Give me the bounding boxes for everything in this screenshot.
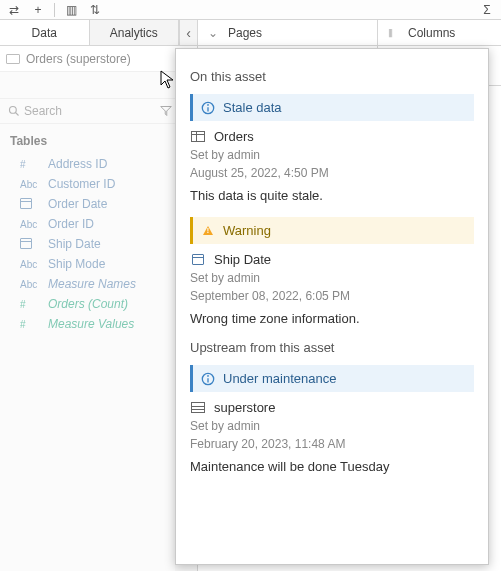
- calendar-icon: [20, 198, 38, 211]
- field-order-date[interactable]: Order Date: [0, 194, 197, 214]
- columns-shelf[interactable]: ⦀ Columns: [378, 20, 501, 45]
- hash-icon: #: [20, 299, 38, 310]
- asset-name: superstore: [214, 400, 275, 415]
- data-quality-popover: On this asset Stale data Orders Set by a…: [175, 48, 489, 565]
- pages-label: Pages: [228, 26, 262, 40]
- popover-section-on-asset: On this asset: [190, 69, 474, 84]
- banner-warning[interactable]: Warning: [190, 217, 474, 244]
- database-icon: [190, 402, 206, 413]
- hash-icon: #: [20, 319, 38, 330]
- search-row: Search ▾: [0, 98, 197, 124]
- popover-section-upstream: Upstream from this asset: [190, 340, 474, 355]
- divider: [54, 3, 55, 17]
- collapse-pane-icon[interactable]: ‹: [179, 20, 197, 45]
- datasource-row[interactable]: Orders (superstore): [0, 46, 197, 72]
- abc-icon: Abc: [20, 179, 38, 190]
- shelf-header-row: ⌄ Pages ⦀ Columns: [198, 20, 501, 46]
- banner-maintenance[interactable]: Under maintenance: [190, 365, 474, 392]
- asset-row-orders[interactable]: Orders: [190, 129, 474, 144]
- field-ship-date[interactable]: Ship Date: [0, 234, 197, 254]
- calendar-icon: [20, 238, 38, 251]
- search-icon: [8, 105, 20, 117]
- field-orders-count[interactable]: #Orders (Count): [0, 294, 197, 314]
- sigma-icon[interactable]: Σ: [479, 2, 495, 18]
- top-toolbar: ⇄ + ▥ ⇅ Σ: [0, 0, 501, 20]
- set-by-text: Set by admin: [190, 417, 474, 435]
- search-placeholder: Search: [24, 104, 62, 118]
- field-ship-mode[interactable]: AbcShip Mode: [0, 254, 197, 274]
- set-by-text: Set by admin: [190, 269, 474, 287]
- abc-icon: Abc: [20, 259, 38, 270]
- banner-label: Stale data: [223, 100, 282, 115]
- banner-label: Warning: [223, 223, 271, 238]
- datasource-name: Orders (superstore): [26, 52, 131, 66]
- set-by-text: Set by admin: [190, 146, 474, 164]
- datasource-icon: [6, 54, 20, 64]
- field-measure-values[interactable]: #Measure Values: [0, 314, 197, 334]
- asset-name: Orders: [214, 129, 254, 144]
- asset-name: Ship Date: [214, 252, 271, 267]
- data-pane: Data Analytics ‹ Orders (superstore) Sea…: [0, 20, 198, 571]
- add-icon[interactable]: +: [30, 2, 46, 18]
- asset-row-superstore[interactable]: superstore: [190, 400, 474, 415]
- message-text: Wrong time zone information.: [190, 311, 474, 326]
- abc-icon: Abc: [20, 279, 38, 290]
- svg-point-4: [207, 104, 209, 106]
- timestamp-text: September 08, 2022, 6:05 PM: [190, 287, 474, 305]
- asset-row-ship-date[interactable]: Ship Date: [190, 252, 474, 267]
- message-text: This data is quite stale.: [190, 188, 474, 203]
- abc-icon: Abc: [20, 219, 38, 230]
- field-address-id[interactable]: #Address ID: [0, 154, 197, 174]
- field-order-id[interactable]: AbcOrder ID: [0, 214, 197, 234]
- swap-icon[interactable]: ⇄: [6, 2, 22, 18]
- banner-stale-data[interactable]: Stale data: [190, 94, 474, 121]
- chart-icon[interactable]: ▥: [63, 2, 79, 18]
- timestamp-text: August 25, 2022, 4:50 PM: [190, 164, 474, 182]
- message-text: Maintenance will be done Tuesday: [190, 459, 474, 474]
- filter-icon[interactable]: [157, 105, 175, 117]
- svg-point-0: [10, 107, 17, 114]
- warning-icon: [201, 224, 215, 238]
- tab-data[interactable]: Data: [0, 20, 90, 45]
- chevron-down-icon: ⌄: [208, 26, 222, 40]
- hash-icon: #: [20, 159, 38, 170]
- sort-icon[interactable]: ⇅: [87, 2, 103, 18]
- info-icon: [201, 101, 215, 115]
- columns-label: Columns: [408, 26, 455, 40]
- calendar-icon: [190, 254, 206, 265]
- search-input[interactable]: Search: [4, 104, 153, 118]
- table-icon: [190, 131, 206, 142]
- svg-line-1: [16, 113, 19, 116]
- banner-label: Under maintenance: [223, 371, 336, 386]
- columns-icon: ⦀: [388, 26, 402, 40]
- pages-shelf[interactable]: ⌄ Pages: [198, 20, 378, 45]
- field-customer-id[interactable]: AbcCustomer ID: [0, 174, 197, 194]
- side-tabs: Data Analytics ‹: [0, 20, 197, 46]
- timestamp-text: February 20, 2023, 11:48 AM: [190, 435, 474, 453]
- info-icon: [201, 372, 215, 386]
- svg-point-7: [207, 375, 209, 377]
- field-measure-names[interactable]: AbcMeasure Names: [0, 274, 197, 294]
- tables-header: Tables: [0, 124, 197, 154]
- tab-analytics[interactable]: Analytics: [90, 20, 180, 45]
